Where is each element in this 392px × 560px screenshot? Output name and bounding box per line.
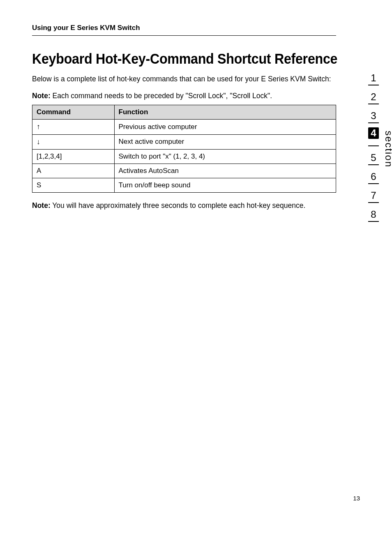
post-note: Note: You will have approximately three … [32, 201, 336, 211]
hotkey-table: Command Function ↑ Previous active compu… [32, 105, 336, 193]
header-command: Command [32, 105, 115, 120]
content-column: Using your E Series KVM Switch Keyboard … [32, 24, 336, 211]
note-text: Each command needs to be preceded by "Sc… [51, 92, 272, 100]
section-nav-item-1[interactable]: 1 [368, 71, 379, 85]
cell-function: Turn on/off beep sound [114, 178, 336, 193]
cell-function: Next active computer [114, 134, 336, 149]
cell-command: [1,2,3,4] [32, 150, 115, 164]
note-label: Note: [32, 201, 51, 210]
cell-command: ↓ [32, 134, 115, 149]
table-header-row: Command Function [32, 105, 336, 120]
section-nav-item-3[interactable]: 3 [368, 108, 379, 123]
table-row: ↑ Previous active computer [32, 120, 336, 134]
section-nav-item-6[interactable]: 6 [368, 169, 379, 184]
page-title: Keyboard Hot-Key-Command Shortcut Refere… [32, 51, 340, 67]
table-note: Note: Each command needs to be preceded … [32, 91, 336, 101]
intro-paragraph: Below is a complete list of hot-key comm… [32, 74, 336, 84]
table-row: S Turn on/off beep sound [32, 178, 336, 193]
cell-function: Switch to port "x" (1, 2, 3, 4) [114, 150, 336, 164]
page: Using your E Series KVM Switch Keyboard … [0, 0, 392, 520]
note-label: Note: [32, 92, 51, 100]
section-nav-item-8[interactable]: 8 [368, 207, 379, 222]
header-function: Function [114, 105, 336, 120]
section-nav-item-7[interactable]: 7 [368, 188, 379, 203]
header-rule [32, 35, 336, 36]
section-label: section [383, 131, 392, 168]
table-row: A Activates AutoScan [32, 164, 336, 178]
section-nav: 1 2 3 4 5 6 7 8 [365, 71, 382, 226]
cell-command: ↑ [32, 120, 115, 134]
section-nav-item-2[interactable]: 2 [368, 90, 379, 104]
cell-command: S [32, 178, 115, 193]
page-number: 13 [353, 495, 360, 502]
table-row: [1,2,3,4] Switch to port "x" (1, 2, 3, 4… [32, 150, 336, 164]
cell-command: A [32, 164, 115, 178]
section-nav-item-4[interactable]: 4 [368, 127, 379, 139]
cell-function: Previous active computer [114, 120, 336, 134]
section-nav-item-4-wrap: 4 [368, 127, 379, 146]
running-head: Using your E Series KVM Switch [32, 24, 336, 32]
note-text: You will have approximately three second… [51, 201, 306, 210]
cell-function: Activates AutoScan [114, 164, 336, 178]
table-row: ↓ Next active computer [32, 134, 336, 149]
section-nav-item-5[interactable]: 5 [368, 150, 379, 165]
